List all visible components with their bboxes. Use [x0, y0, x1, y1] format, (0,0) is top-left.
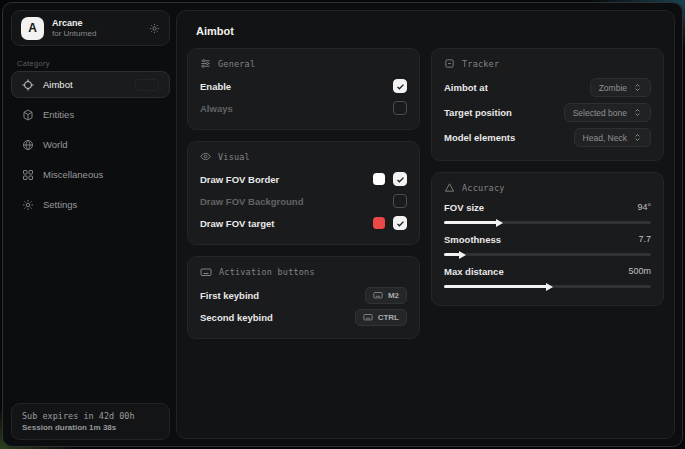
model-elements-select[interactable]: Head, Neck	[574, 128, 651, 147]
globe-icon	[22, 139, 34, 151]
setting-label: Draw FOV Border	[200, 174, 279, 185]
sidebar: A Arcane for Unturned Category Aimbot	[3, 3, 176, 446]
tracker-card: Tracker Aimbot at Zombie Target position	[431, 48, 664, 161]
activation-card: Activation buttons First keybind M2 Seco…	[187, 256, 420, 339]
sidebar-item-label: Aimbot	[43, 79, 73, 90]
gear-icon[interactable]	[149, 23, 160, 34]
setting-label: Enable	[200, 81, 231, 92]
triangle-icon	[444, 182, 455, 193]
setting-row-fov-target: Draw FOV target	[200, 212, 407, 234]
setting-row-fov-border: Draw FOV Border	[200, 168, 407, 190]
setting-row-second-keybind: Second keybind CTRL	[200, 306, 407, 328]
app-name: Arcane	[52, 18, 141, 28]
max-distance-slider[interactable]	[444, 281, 651, 291]
gear-icon	[22, 199, 34, 211]
setting-label: Draw FOV target	[200, 218, 274, 229]
eye-icon	[200, 151, 211, 162]
card-title: Tracker	[462, 59, 499, 69]
setting-row-fov-background: Draw FOV Background	[200, 190, 407, 212]
app-subtitle: for Unturned	[52, 29, 141, 38]
cube-icon	[22, 109, 34, 121]
session-duration-text: Session duration 1m 38s	[22, 423, 159, 432]
setting-label: Always	[200, 103, 233, 114]
fov-border-checkbox[interactable]	[393, 172, 407, 186]
card-title: Accuracy	[462, 183, 505, 193]
app-window: A Arcane for Unturned Category Aimbot	[2, 2, 683, 447]
fov-background-checkbox[interactable]	[393, 194, 407, 208]
setting-label: First keybind	[200, 290, 259, 301]
sidebar-item-label: Entities	[43, 109, 74, 120]
setting-row-enable: Enable	[200, 75, 407, 97]
fov-size-slider[interactable]	[444, 217, 651, 227]
select-value: Selected bone	[573, 108, 627, 118]
setting-label: Smoothness	[444, 234, 501, 245]
main-panel: Aimbot General Enable	[176, 10, 675, 439]
setting-row-smoothness: Smoothness 7.7	[444, 231, 651, 259]
fov-target-checkbox[interactable]	[393, 216, 407, 230]
visual-card: Visual Draw FOV Border Draw FOV Backgrou…	[187, 141, 420, 245]
sub-expiry-text: Sub expires in 42d 00h	[22, 411, 159, 421]
setting-row-model-elements: Model elements Head, Neck	[444, 125, 651, 150]
aimbot-at-select[interactable]: Zombie	[590, 78, 651, 97]
keyboard-icon	[373, 290, 383, 300]
accuracy-card: Accuracy FOV size 94°	[431, 172, 664, 306]
sidebar-item-settings[interactable]: Settings	[11, 191, 170, 218]
app-logo: A	[21, 17, 44, 40]
sidebar-item-miscellaneous[interactable]: Miscellaneous	[11, 161, 170, 188]
slider-thumb[interactable]	[459, 251, 466, 259]
keybind-value: CTRL	[378, 313, 399, 322]
chevron-up-down-icon	[633, 108, 642, 117]
scan-icon	[444, 58, 455, 69]
second-keybind-button[interactable]: CTRL	[355, 309, 407, 326]
subscription-status-card: Sub expires in 42d 00h Session duration …	[11, 403, 170, 440]
target-position-select[interactable]: Selected bone	[564, 103, 651, 122]
setting-row-max-distance: Max distance 500m	[444, 263, 651, 291]
sidebar-item-label: Miscellaneous	[43, 169, 103, 180]
setting-label: Second keybind	[200, 312, 273, 323]
first-keybind-button[interactable]: M2	[365, 287, 407, 304]
color-swatch[interactable]	[373, 217, 385, 229]
setting-row-fov-size: FOV size 94°	[444, 199, 651, 227]
page-title: Aimbot	[196, 25, 234, 37]
slider-thumb[interactable]	[496, 219, 503, 227]
chevron-up-down-icon	[633, 133, 642, 142]
active-item-hint	[135, 79, 159, 91]
sidebar-item-label: World	[43, 139, 68, 150]
sidebar-item-label: Settings	[43, 199, 77, 210]
slider-thumb[interactable]	[546, 283, 553, 291]
always-checkbox[interactable]	[393, 101, 407, 115]
grid-icon	[22, 169, 34, 181]
setting-label: Draw FOV Background	[200, 196, 303, 207]
sliders-icon	[200, 58, 211, 69]
brand-card: A Arcane for Unturned	[11, 10, 170, 46]
sidebar-nav: Aimbot Entities World Miscellaneous	[11, 71, 170, 218]
card-title: Activation buttons	[219, 267, 315, 277]
keyboard-icon	[200, 266, 212, 278]
category-label: Category	[17, 59, 50, 68]
enable-checkbox[interactable]	[393, 79, 407, 93]
setting-label: Aimbot at	[444, 82, 488, 93]
select-value: Zombie	[599, 83, 627, 93]
keybind-value: M2	[388, 291, 399, 300]
slider-value: 94°	[637, 202, 651, 212]
crosshair-icon	[22, 79, 34, 91]
setting-row-always: Always	[200, 97, 407, 119]
color-swatch[interactable]	[373, 173, 385, 185]
sidebar-item-world[interactable]: World	[11, 131, 170, 158]
card-title: Visual	[218, 152, 250, 162]
general-card: General Enable Always	[187, 48, 420, 130]
slider-value: 500m	[628, 266, 651, 276]
setting-label: FOV size	[444, 202, 484, 213]
card-title: General	[218, 59, 255, 69]
slider-value: 7.7	[638, 234, 651, 244]
select-value: Head, Neck	[583, 133, 627, 143]
setting-label: Target position	[444, 107, 512, 118]
smoothness-slider[interactable]	[444, 249, 651, 259]
setting-label: Model elements	[444, 132, 515, 143]
setting-label: Max distance	[444, 266, 504, 277]
setting-row-first-keybind: First keybind M2	[200, 284, 407, 306]
keyboard-icon	[363, 312, 373, 322]
setting-row-aimbot-at: Aimbot at Zombie	[444, 75, 651, 100]
sidebar-item-aimbot[interactable]: Aimbot	[11, 71, 170, 98]
sidebar-item-entities[interactable]: Entities	[11, 101, 170, 128]
